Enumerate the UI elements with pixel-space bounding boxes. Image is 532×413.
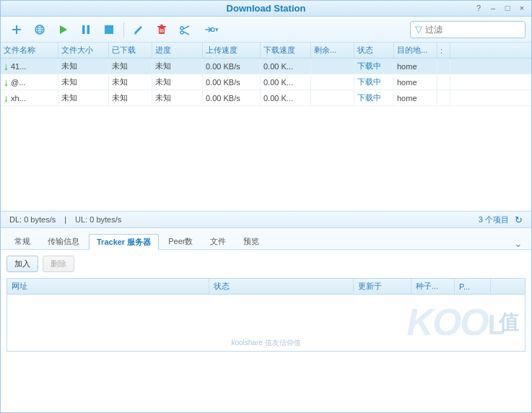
svg-line-21 bbox=[183, 32, 189, 35]
minimize-button[interactable]: – bbox=[488, 3, 498, 13]
col-header-upload: 上传速度 bbox=[203, 43, 261, 58]
cell-downloaded-2: 未知 bbox=[109, 74, 152, 90]
table-row[interactable]: ↓ 41... 未知 未知 未知 0.00 KB/s 0.00 K... 下载中… bbox=[1, 58, 531, 74]
tab-tracker[interactable]: Tracker 服务器 bbox=[89, 234, 159, 250]
watermark-kool: KOOL bbox=[406, 300, 503, 344]
cell-remain-2 bbox=[311, 74, 354, 90]
url-button[interactable] bbox=[30, 19, 50, 40]
panel-col-seeds: 种子... bbox=[411, 279, 455, 294]
delete-button[interactable] bbox=[152, 19, 172, 40]
cell-progress-2: 未知 bbox=[152, 74, 203, 90]
window-controls: ? – □ × bbox=[474, 3, 527, 13]
cell-remain-3 bbox=[311, 90, 354, 105]
share-button[interactable]: ▾ bbox=[198, 19, 224, 40]
maximize-button[interactable]: □ bbox=[502, 3, 513, 13]
panel-col-url: 网址 bbox=[7, 279, 209, 294]
tab-general[interactable]: 常规 bbox=[6, 233, 38, 249]
cell-extra-3 bbox=[437, 90, 450, 105]
cell-status-2: 下载中 bbox=[354, 74, 394, 90]
svg-rect-1 bbox=[12, 29, 21, 30]
panel-buttons: 加入 删除 bbox=[6, 256, 526, 272]
toolbar-separator-1 bbox=[123, 22, 124, 37]
cell-download-3: 0.00 K... bbox=[261, 90, 311, 105]
add-button[interactable] bbox=[6, 19, 27, 40]
table-header: 文件名称 文件大小 已下载 进度 上传速度 下载速度 剩余... 状态 目的地.… bbox=[1, 43, 531, 58]
cell-status-3: 下载中 bbox=[354, 90, 394, 105]
col-header-downloaded: 已下载 bbox=[109, 43, 152, 58]
help-button[interactable]: ? bbox=[474, 3, 484, 13]
refresh-button[interactable]: ↻ bbox=[515, 214, 523, 225]
tab-files[interactable]: 文件 bbox=[202, 233, 234, 249]
tab-transfer[interactable]: 传输信息 bbox=[40, 233, 87, 249]
scissors-icon bbox=[178, 23, 191, 36]
table-row[interactable]: ↓ @... 未知 未知 未知 0.00 KB/s 0.00 K... 下载中 … bbox=[1, 74, 531, 90]
resume-button[interactable] bbox=[53, 19, 73, 40]
col-header-remain: 剩余... bbox=[311, 43, 354, 58]
delete-tracker-button[interactable]: 删除 bbox=[43, 256, 74, 272]
main-content: 文件名称 文件大小 已下载 进度 上传速度 下载速度 剩余... 状态 目的地.… bbox=[1, 43, 531, 413]
panel-col-updated: 更新于 bbox=[354, 279, 411, 294]
edit-button[interactable] bbox=[128, 19, 149, 40]
svg-marker-7 bbox=[60, 25, 67, 34]
filter-icon: ▽ bbox=[415, 24, 422, 35]
tab-preview[interactable]: 预览 bbox=[235, 233, 267, 249]
title-bar: Download Station ? – □ × bbox=[1, 1, 531, 17]
clear-button[interactable] bbox=[175, 19, 195, 40]
panel-table-body: KOOL 值 koolshare 值友信仰值 bbox=[6, 294, 526, 352]
cell-downloaded-3: 未知 bbox=[109, 90, 152, 105]
cell-downloaded-1: 未知 bbox=[109, 58, 152, 74]
window-title: Download Station bbox=[227, 3, 306, 14]
stop-icon bbox=[103, 23, 115, 36]
close-button[interactable]: × bbox=[517, 3, 527, 13]
filter-input[interactable] bbox=[425, 25, 520, 35]
panel-table-header: 网址 状态 更新于 种子... P... bbox=[6, 278, 526, 294]
cell-size-3: 未知 bbox=[58, 90, 109, 105]
col-header-dest: 目的地... bbox=[394, 43, 437, 58]
cell-size-2: 未知 bbox=[58, 74, 109, 90]
dl-status: DL: 0 bytes/s bbox=[9, 215, 56, 224]
status-right: 3 个项目 ↻ bbox=[479, 214, 523, 225]
tab-peers[interactable]: Peer数 bbox=[160, 233, 201, 249]
download-arrow-icon: ↓ bbox=[4, 61, 9, 72]
col-header-download: 下载速度 bbox=[261, 43, 311, 58]
cell-size-1: 未知 bbox=[58, 58, 109, 74]
cell-dest-2: home bbox=[394, 74, 437, 90]
edit-icon bbox=[132, 23, 145, 36]
svg-point-18 bbox=[180, 27, 183, 30]
add-tracker-button[interactable]: 加入 bbox=[6, 256, 38, 272]
add-icon bbox=[10, 23, 23, 36]
col-header-progress: 进度 bbox=[152, 43, 203, 58]
table-empty-space bbox=[1, 106, 531, 211]
cell-upload-1: 0.00 KB/s bbox=[203, 58, 261, 74]
table-row[interactable]: ↓ xh... 未知 未知 未知 0.00 KB/s 0.00 K... 下载中… bbox=[1, 90, 531, 106]
cell-name-3: ↓ xh... bbox=[1, 90, 58, 105]
ul-status: UL: 0 bytes/s bbox=[75, 215, 121, 224]
panel-col-peers: P... bbox=[455, 279, 491, 294]
svg-line-20 bbox=[183, 26, 189, 29]
svg-point-19 bbox=[180, 31, 183, 34]
col-header-status: 状态 bbox=[354, 43, 394, 58]
download-arrow-icon: ↓ bbox=[4, 77, 9, 88]
svg-rect-13 bbox=[157, 26, 166, 27]
watermark-sub: 值 bbox=[499, 309, 519, 336]
svg-rect-14 bbox=[160, 25, 163, 26]
stop-button[interactable] bbox=[99, 19, 119, 40]
col-header-extra: : bbox=[437, 43, 450, 58]
col-header-name: 文件名称 bbox=[1, 43, 58, 58]
trash-icon bbox=[155, 23, 168, 36]
cell-status-1: 下载中 bbox=[354, 58, 394, 74]
cell-dest-3: home bbox=[394, 90, 437, 105]
cell-download-2: 0.00 K... bbox=[261, 74, 311, 90]
panel-area: 加入 删除 网址 状态 更新于 种子... P... KOOL 值 koolsh… bbox=[1, 250, 531, 413]
cell-dest-1: home bbox=[394, 58, 437, 74]
cell-download-1: 0.00 K... bbox=[261, 58, 311, 74]
col-header-size: 文件大小 bbox=[58, 43, 109, 58]
pause-button[interactable] bbox=[76, 19, 96, 40]
play-icon bbox=[56, 23, 69, 36]
tabs-bar: 常规 传输信息 Tracker 服务器 Peer数 文件 预览 ⌄ bbox=[1, 228, 531, 250]
cell-upload-2: 0.00 KB/s bbox=[203, 74, 261, 90]
cell-extra-2 bbox=[437, 74, 450, 90]
tab-expand-button[interactable]: ⌄ bbox=[511, 238, 526, 249]
panel-col-status: 状态 bbox=[209, 279, 354, 294]
cell-extra-1 bbox=[437, 58, 450, 74]
